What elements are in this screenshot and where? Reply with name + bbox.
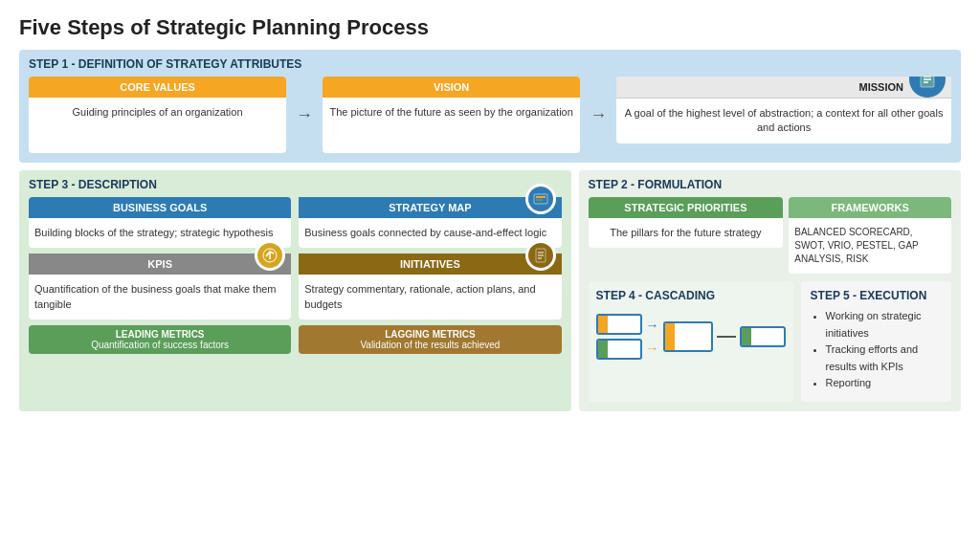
kpis-card: KPIS Quantification of the business goal… — [29, 253, 291, 320]
initiatives-header: INITIATIVES — [299, 253, 561, 275]
cascade-dash — [717, 336, 736, 338]
leading-metrics-sublabel: Quantification of success factors — [33, 340, 287, 350]
cascade-card-bottom — [740, 326, 786, 347]
cascade-arrow-top: → — [646, 318, 659, 333]
step5-section: STEP 5 - EXECUTION Working on strategic … — [801, 281, 951, 402]
frameworks-body: BALANCED SCORECARD, SWOT, VRIO, PESTEL, … — [789, 218, 951, 274]
strategic-priorities-header: STRATEGIC PRIORITIES — [589, 197, 784, 218]
mission-card: MISSION A goal of the highest level of a… — [616, 77, 951, 143]
leading-metrics-card: LEADING METRICS Quantification of succes… — [29, 325, 291, 354]
step4-section: STEP 4 - CASCADING → → — [589, 281, 793, 402]
initiatives-card: INITIATIVES Strategy commentary, rationa… — [299, 253, 561, 320]
business-goals-body: Building blocks of the strategy; strateg… — [29, 218, 291, 248]
kpis-body: Quantification of the business goals tha… — [29, 275, 291, 320]
step2-section: STEP 2 - FORMULATION STRATEGIC PRIORITIE… — [579, 170, 961, 411]
mission-header: MISSION — [616, 77, 951, 99]
frameworks-header: FRAMEWORKS — [789, 197, 951, 218]
step4-label: STEP 4 - CASCADING — [596, 289, 715, 302]
strategy-map-body: Business goals connected by cause-and-ef… — [299, 218, 561, 248]
step1-section: STEP 1 - DEFINITION OF STRATEGY ATTRIBUT… — [19, 50, 961, 163]
mission-body: A goal of the highest level of abstracti… — [616, 99, 951, 143]
core-values-header: CORE VALUES — [29, 77, 286, 98]
step3-label: STEP 3 - DESCRIPTION — [29, 178, 562, 191]
step5-item-2: Tracking efforts and results with KPIs — [826, 342, 942, 375]
step5-item-1: Working on strategic initiatives — [826, 308, 942, 342]
step5-label: STEP 5 - EXECUTION — [811, 289, 942, 302]
strategy-map-header: STRATEGY MAP — [299, 197, 561, 218]
strategic-priorities-body: The pillars for the future strategy — [589, 218, 784, 248]
strategic-priorities-card: STRATEGIC PRIORITIES The pillars for the… — [589, 197, 784, 248]
step5-item-3: Reporting — [826, 375, 942, 392]
step1-label: STEP 1 - DEFINITION OF STRATEGY ATTRIBUT… — [29, 57, 951, 71]
core-values-card: CORE VALUES Guiding principles of an org… — [29, 77, 286, 153]
cascade-card-main — [663, 321, 713, 352]
initiatives-icon — [525, 240, 556, 271]
vision-header: VISION — [323, 77, 580, 98]
vision-body: The picture of the future as seen by the… — [323, 98, 580, 127]
frameworks-card: FRAMEWORKS BALANCED SCORECARD, SWOT, VRI… — [789, 197, 951, 274]
strategy-map-card: STRATEGY MAP Business goals connected by… — [299, 197, 561, 248]
core-values-body: Guiding principles of an organization — [29, 98, 286, 127]
cascade-diagram: → → — [596, 314, 786, 360]
cascade-arrow-bottom: → — [646, 341, 659, 356]
step2-label: STEP 2 - FORMULATION — [589, 178, 951, 191]
cascade-card-1 — [596, 314, 642, 335]
lagging-metrics-card: LAGGING METRICS Validation of the result… — [299, 325, 561, 354]
lagging-metrics-sublabel: Validation of the results achieved — [302, 340, 557, 350]
cascade-card-2 — [596, 339, 642, 360]
strategy-map-icon — [525, 184, 556, 214]
initiatives-body: Strategy commentary, rationale, action p… — [299, 275, 561, 320]
kpis-header: KPIS — [29, 253, 291, 275]
vision-card: VISION The picture of the future as seen… — [323, 77, 580, 153]
step3-section: STEP 3 - DESCRIPTION BUSINESS GOALS Buil… — [19, 170, 571, 411]
lagging-metrics-label: LAGGING METRICS — [302, 329, 557, 340]
leading-metrics-label: LEADING METRICS — [33, 329, 287, 340]
page-title: Five Steps of Strategic Planning Process — [19, 15, 961, 40]
arrow-vision-mission: → — [588, 105, 609, 125]
arrow-cv-vision: → — [294, 105, 315, 125]
step5-list: Working on strategic initiatives Trackin… — [811, 308, 942, 392]
business-goals-card: BUSINESS GOALS Building blocks of the st… — [29, 197, 291, 248]
business-goals-header: BUSINESS GOALS — [29, 197, 291, 218]
